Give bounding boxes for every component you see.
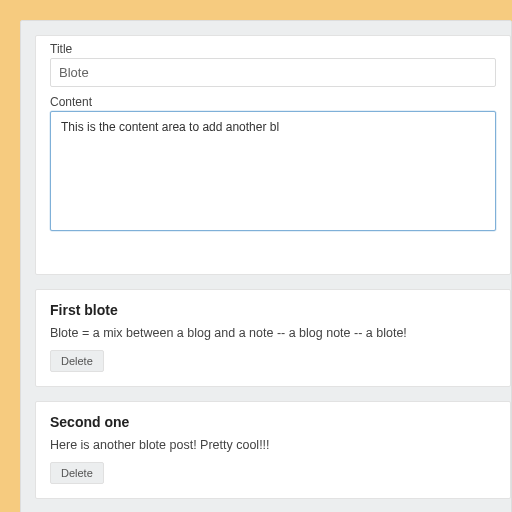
title-input[interactable] xyxy=(50,58,496,87)
page-container: Title Content This is the content area t… xyxy=(20,20,512,512)
delete-button[interactable]: Delete xyxy=(50,462,104,484)
post-body: Blote = a mix between a blog and a note … xyxy=(50,326,496,340)
post-body: Here is another blote post! Pretty cool!… xyxy=(50,438,496,452)
post-card: First blote Blote = a mix between a blog… xyxy=(35,289,511,387)
delete-button[interactable]: Delete xyxy=(50,350,104,372)
editor-spacer xyxy=(50,234,496,260)
content-textarea[interactable]: This is the content area to add another … xyxy=(50,111,496,231)
title-label: Title xyxy=(50,42,496,56)
post-card: Second one Here is another blote post! P… xyxy=(35,401,511,499)
content-label: Content xyxy=(50,95,496,109)
post-title: Second one xyxy=(50,414,496,430)
editor-card: Title Content This is the content area t… xyxy=(35,35,511,275)
post-title: First blote xyxy=(50,302,496,318)
